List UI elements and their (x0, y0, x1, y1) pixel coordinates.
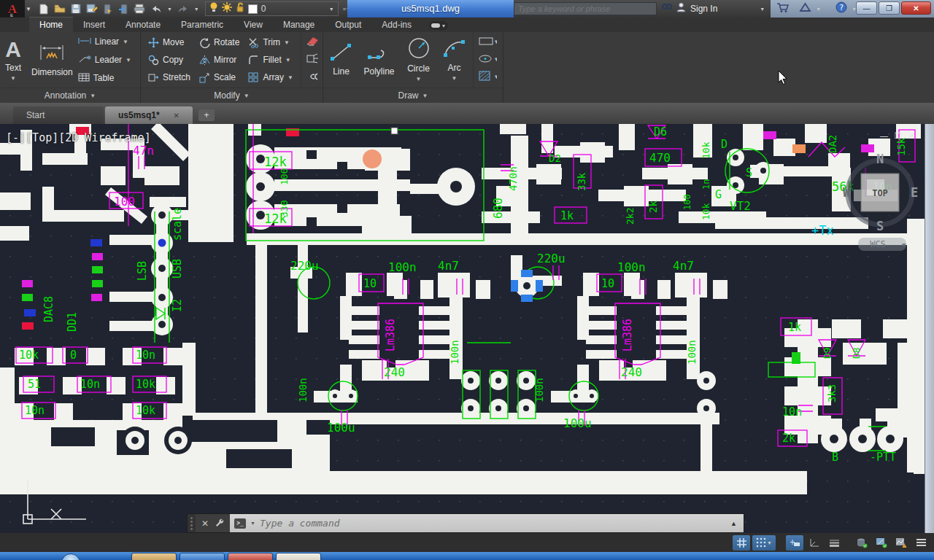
rectangle-icon[interactable]: ▼ (478, 36, 497, 49)
a360-caret-icon[interactable]: ▼ (816, 7, 821, 12)
fillet-button[interactable]: Fillet▼ (245, 55, 296, 66)
offset-icon[interactable] (306, 71, 320, 84)
file-tab-start[interactable]: Start (13, 106, 104, 124)
sign-in-link[interactable]: Sign In (690, 4, 717, 14)
taskbar-app-1[interactable] (131, 553, 177, 560)
tab-manage[interactable]: Manage (273, 18, 325, 32)
ribbon-minimize-button[interactable]: ▼ (429, 21, 448, 30)
app-menu-caret-icon[interactable]: ▼ (26, 6, 31, 12)
close-button[interactable]: ✕ (901, 1, 931, 15)
tab-close-icon[interactable]: ✕ (174, 112, 180, 120)
save-as-icon[interactable] (86, 4, 98, 14)
restore-button[interactable]: ❐ (879, 1, 900, 15)
command-input-area[interactable]: >_ ▼ Type a command ▲ (230, 514, 744, 532)
save-icon[interactable] (71, 4, 81, 14)
dynamic-input-toggle[interactable] (786, 535, 803, 551)
hardware-acceleration-icon[interactable] (873, 535, 890, 551)
new-file-icon[interactable] (39, 4, 49, 15)
tab-output[interactable]: Output (325, 18, 371, 32)
customization-menu-icon[interactable] (912, 535, 930, 551)
command-close-icon[interactable]: ✕ (201, 518, 209, 529)
undo-icon[interactable] (150, 4, 162, 14)
snap-mode-toggle[interactable]: ▼ (752, 535, 776, 551)
layer-freeze-icon[interactable] (222, 2, 232, 15)
sign-in-caret-icon[interactable]: ▼ (760, 7, 765, 12)
command-expand-icon[interactable]: ▲ (730, 520, 739, 527)
line-button[interactable]: Line (325, 42, 357, 78)
taskbar-app-3[interactable] (228, 553, 273, 560)
app-menu-button[interactable]: A E (0, 0, 25, 18)
layer-dropdown-icon[interactable]: ▼ (329, 7, 334, 12)
cart-icon[interactable] (776, 2, 789, 16)
taskbar-app-4[interactable] (276, 553, 321, 560)
file-tab-drawing[interactable]: us5msq1*✕ (105, 106, 193, 124)
layer-lock-icon[interactable] (236, 2, 244, 15)
text-button[interactable]: A Text▼ (0, 37, 26, 83)
etransmit-icon[interactable] (103, 4, 113, 15)
polyline-button[interactable]: Polyline (358, 42, 399, 78)
trim-button[interactable]: Trim▼ (245, 37, 296, 48)
start-button[interactable] (61, 553, 80, 560)
modify-panel-title[interactable]: Modify▼ (141, 88, 323, 103)
vp-minimize-icon[interactable]: — (880, 131, 888, 141)
array-button[interactable]: Array▼ (245, 72, 296, 83)
a360-icon[interactable] (799, 2, 811, 15)
vp-restore-icon[interactable]: ❐ (895, 131, 902, 141)
search-icon[interactable] (661, 2, 672, 15)
undo-caret-icon[interactable]: ▼ (167, 7, 172, 12)
tab-view[interactable]: View (234, 18, 273, 32)
layer-name[interactable]: 0 (261, 4, 325, 14)
vp-close-icon[interactable]: ✕ (908, 131, 915, 141)
grid-display-toggle[interactable] (733, 535, 750, 551)
copy-button[interactable]: Copy (145, 55, 193, 66)
lineweight-toggle[interactable] (825, 535, 843, 551)
tab-addins[interactable]: Add-ins (371, 18, 422, 32)
pcb-label: DA2 (827, 135, 838, 153)
layer-color-swatch[interactable] (248, 4, 258, 14)
redo-caret-icon[interactable]: ▼ (194, 7, 199, 12)
mirror-button[interactable]: Mirror (196, 55, 242, 66)
dimension-button[interactable]: Dimension (26, 41, 78, 79)
infocenter-search-input[interactable] (514, 2, 657, 15)
explode-icon[interactable] (306, 53, 320, 66)
tab-insert[interactable]: Insert (73, 18, 115, 32)
rotate-button[interactable]: Rotate (196, 37, 242, 48)
annotation-panel-title[interactable]: Annotation▼ (0, 88, 140, 103)
graphics-performance-icon[interactable] (853, 535, 871, 551)
pcb-drawing[interactable]: 47n100scaleLSBUSBI2DD1DAC812k12k10033022… (0, 124, 934, 533)
stretch-button[interactable]: Stretch (145, 72, 193, 83)
tab-parametric[interactable]: Parametric (171, 18, 234, 32)
arc-button[interactable]: Arc▼ (438, 36, 471, 83)
import-icon[interactable] (118, 4, 128, 15)
help-icon[interactable]: ? (835, 1, 847, 16)
annotation-monitor-icon[interactable]: ! (892, 535, 910, 551)
tab-home[interactable]: Home (29, 17, 73, 32)
command-history-caret-icon[interactable]: ▼ (250, 521, 255, 526)
table-button[interactable]: Table (78, 69, 131, 87)
circle-button[interactable]: Circle▼ (401, 36, 436, 84)
erase-icon[interactable] (306, 36, 320, 49)
leader-button[interactable]: Leader▼ (78, 51, 131, 69)
scale-button[interactable]: Scale (196, 72, 242, 83)
move-button[interactable]: Move (145, 37, 193, 48)
open-file-icon[interactable] (54, 4, 66, 14)
plot-icon[interactable] (134, 4, 145, 14)
taskbar-app-2[interactable] (180, 553, 225, 560)
redo-icon[interactable] (177, 4, 189, 14)
ellipse-icon[interactable]: ▼ (478, 53, 497, 66)
new-drawing-tab-button[interactable]: + (198, 109, 215, 121)
viewport-controls[interactable]: [-][Top][2D Wireframe] (6, 131, 151, 144)
command-wrench-icon[interactable] (215, 518, 224, 529)
tab-annotate[interactable]: Annotate (115, 18, 171, 32)
draw-panel-title[interactable]: Draw▼ (323, 88, 503, 103)
minimize-button[interactable]: — (856, 1, 877, 15)
drawing-area[interactable]: 47n100scaleLSBUSBI2DD1DAC812k12k10033022… (0, 124, 934, 533)
hatch-icon[interactable]: ▼ (478, 71, 497, 84)
vertical-scrollbar[interactable] (925, 124, 934, 533)
command-prompt-icon[interactable]: >_ (234, 518, 246, 529)
layer-on-icon[interactable] (209, 2, 218, 15)
ortho-mode-toggle[interactable] (806, 535, 823, 551)
viewcube[interactable]: N S E W TOP WCS ▼ (838, 149, 922, 258)
linear-button[interactable]: Linear▼ (78, 33, 131, 50)
command-line-grip[interactable] (188, 514, 196, 532)
